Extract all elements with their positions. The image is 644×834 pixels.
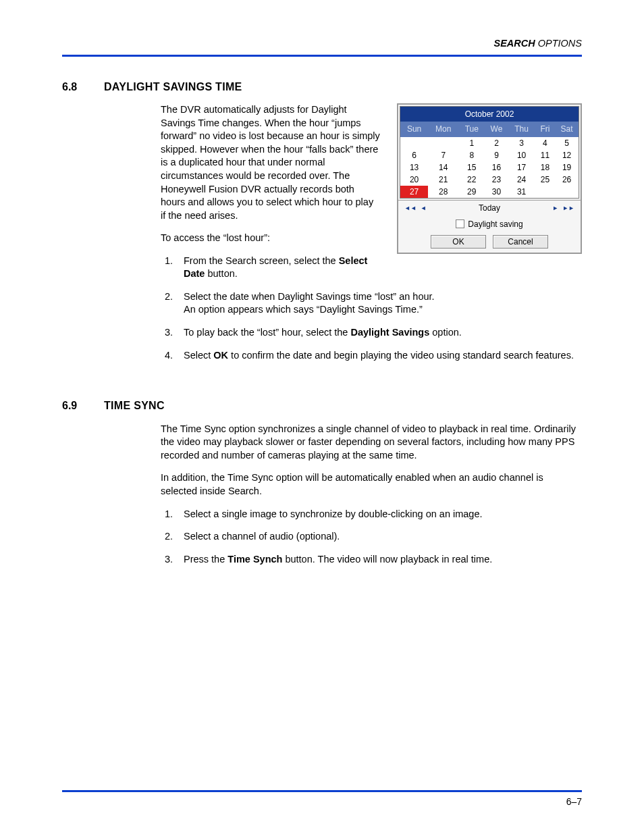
section-number: 6.9 [62,398,104,575]
list-item: Select the date when Daylight Savings ti… [176,290,582,317]
ok-button[interactable]: OK [431,235,486,249]
calendar-day[interactable]: 4 [535,137,556,149]
list-item: From the Search screen, select the Selec… [176,255,381,281]
list-item: To play back the “lost” hour, select the… [176,326,582,340]
dow: Mon [428,122,458,136]
paragraph: The Time Sync option synchronizes a sing… [161,423,582,463]
calendar-day[interactable]: 16 [485,161,508,174]
calendar-day [428,137,458,149]
daylight-saving-row: Daylight saving [398,216,581,232]
calendar-nav: ◄◄ ◄ Today ► ►► [398,201,581,215]
calendar-day[interactable]: 30 [485,186,508,198]
list-item: Select a single image to synchronize by … [176,508,582,521]
calendar-day[interactable]: 25 [535,174,556,186]
calendar-day [555,186,579,198]
cancel-button[interactable]: Cancel [493,235,548,249]
calendar-day[interactable]: 14 [428,161,458,174]
dow: Fri [535,122,556,136]
calendar-title: October 2002 [400,107,579,122]
calendar-grid: Sun Mon Tue We Thu Fri Sat 1 [400,122,579,198]
calendar-day[interactable]: 26 [555,174,579,186]
section-number: 6.8 [62,80,104,372]
calendar-day[interactable]: 21 [428,174,458,186]
step-list: Select the date when Daylight Savings ti… [161,290,582,362]
calendar-day[interactable]: 31 [508,186,535,198]
section-daylight-savings: 6.8 DAYLIGHT SAVINGS TIME The DVR automa… [62,80,582,372]
calendar-day[interactable]: 7 [428,149,458,161]
prev-year-icon[interactable]: ◄◄ [402,204,419,212]
header-rest: OPTIONS [538,37,582,51]
paragraph: To access the “lost hour”: [161,232,381,245]
calendar-day[interactable]: 29 [458,186,485,198]
calendar-day[interactable]: 3 [508,137,535,149]
step-list: Select a single image to synchronize by … [161,508,582,567]
next-month-icon[interactable]: ► [550,204,560,212]
calendar-day[interactable]: 18 [535,161,556,174]
calendar-day[interactable]: 19 [555,161,579,174]
calendar-day [400,137,428,149]
calendar-day[interactable]: 24 [508,174,535,186]
page: SEARCH OPTIONS 6.8 DAYLIGHT SAVINGS TIME… [0,0,644,834]
footer-rule [62,790,582,792]
dow: We [485,122,508,136]
calendar-day[interactable]: 15 [458,161,485,174]
calendar-widget: October 2002 Sun Mon Tue We Thu [397,103,582,254]
prev-month-icon[interactable]: ◄ [419,204,429,212]
paragraph: In addition, the Time Sync option will b… [161,471,582,498]
calendar-day[interactable]: 22 [458,174,485,186]
today-button[interactable]: Today [429,203,551,213]
page-number: 6–7 [566,796,582,808]
calendar-day[interactable]: 9 [485,149,508,161]
calendar-day[interactable]: 27 [400,186,428,198]
calendar-day[interactable]: 11 [535,149,556,161]
calendar-day[interactable]: 6 [400,149,428,161]
calendar-day[interactable]: 20 [400,174,428,186]
calendar-day[interactable]: 10 [508,149,535,161]
calendar-day[interactable]: 12 [555,149,579,161]
calendar-day[interactable]: 8 [458,149,485,161]
step-list: From the Search screen, select the Selec… [161,255,381,281]
daylight-saving-label: Daylight saving [468,219,522,229]
dow: Sun [400,122,428,136]
calendar-day[interactable]: 17 [508,161,535,174]
page-header: SEARCH OPTIONS [62,37,582,51]
calendar-day[interactable]: 2 [485,137,508,149]
daylight-saving-checkbox[interactable] [456,219,464,228]
calendar-day[interactable]: 1 [458,137,485,149]
section-title: DAYLIGHT SAVINGS TIME [104,80,582,95]
calendar-day[interactable]: 28 [428,186,458,198]
next-year-icon[interactable]: ►► [560,204,576,212]
list-item: Press the Time Synch button. The video w… [176,553,582,567]
calendar-day[interactable]: 23 [485,174,508,186]
calendar-day [535,186,556,198]
dow: Tue [458,122,485,136]
calendar-day[interactable]: 5 [555,137,579,149]
header-bold: SEARCH [494,37,535,51]
dow: Thu [508,122,535,136]
paragraph: The DVR automatically adjusts for Daylig… [161,103,381,222]
list-item: Select OK to confirm the date and begin … [176,349,582,363]
section-title: TIME SYNC [104,398,582,413]
section-time-sync: 6.9 TIME SYNC The Time Sync option synch… [62,398,582,575]
calendar-day[interactable]: 13 [400,161,428,174]
list-item: Select a channel of audio (optional). [176,530,582,544]
header-rule [62,55,582,57]
dow: Sat [555,122,579,136]
